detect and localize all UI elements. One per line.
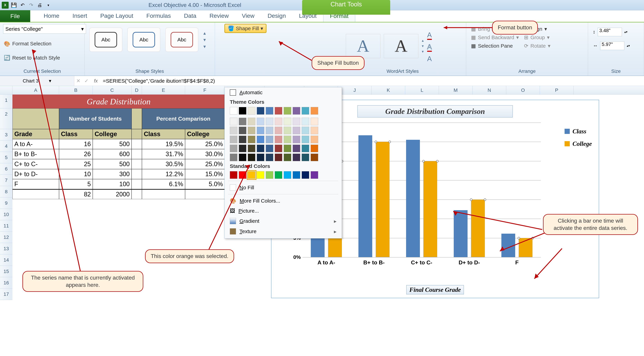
color-swatch[interactable] (257, 171, 264, 179)
color-swatch[interactable] (302, 136, 309, 143)
color-swatch[interactable] (230, 118, 238, 125)
row-header[interactable]: 14 (0, 254, 12, 266)
color-swatch[interactable] (284, 107, 291, 115)
row-header[interactable]: 4 (0, 140, 12, 152)
row-header[interactable]: 12 (0, 232, 12, 243)
color-swatch[interactable] (266, 127, 273, 134)
color-swatch[interactable] (257, 145, 264, 152)
column-header[interactable]: F (185, 86, 225, 94)
x-axis-label[interactable]: Final Course Grade (406, 285, 464, 294)
tab-data[interactable]: Data (177, 10, 203, 22)
color-swatch[interactable] (266, 171, 273, 179)
column-header[interactable]: J (338, 86, 372, 94)
gallery-up-icon[interactable]: ▴ (422, 38, 424, 43)
column-header[interactable]: M (439, 86, 472, 94)
row-header[interactable]: 2 (0, 108, 12, 129)
chart-bar-class[interactable] (358, 135, 372, 257)
color-swatch[interactable] (266, 145, 273, 152)
tab-home[interactable]: Home (37, 10, 66, 22)
color-swatch[interactable] (284, 171, 291, 179)
row-header[interactable]: 11 (0, 220, 12, 232)
tab-insert[interactable]: Insert (66, 10, 94, 22)
tab-view[interactable]: View (235, 10, 261, 22)
column-header[interactable]: P (540, 86, 574, 94)
shape-style-thumb[interactable]: Abc (128, 28, 160, 52)
color-swatch[interactable] (230, 107, 238, 115)
legend-item-college[interactable]: College (564, 140, 592, 147)
color-swatch[interactable] (302, 107, 309, 115)
shape-height-input[interactable]: 3.48" (598, 28, 622, 36)
color-swatch[interactable] (266, 107, 273, 115)
color-swatch[interactable] (230, 154, 238, 161)
color-swatch[interactable] (310, 145, 318, 152)
color-swatch[interactable] (266, 154, 273, 161)
gallery-down-icon[interactable]: ▾ (204, 37, 206, 43)
file-tab[interactable]: File (0, 10, 30, 22)
column-header[interactable]: D (132, 86, 142, 94)
color-swatch[interactable] (284, 127, 291, 134)
color-swatch[interactable] (248, 136, 255, 143)
color-swatch[interactable] (257, 154, 264, 161)
color-swatch[interactable] (230, 136, 238, 143)
color-swatch[interactable] (275, 154, 282, 161)
color-swatch[interactable] (310, 118, 318, 125)
select-all-corner[interactable] (0, 86, 12, 94)
fx-enter-icon[interactable]: ✓ (82, 78, 90, 84)
color-swatch[interactable] (266, 118, 273, 125)
text-effects-icon[interactable]: A (427, 55, 432, 63)
color-swatch[interactable] (293, 136, 300, 143)
color-swatch[interactable] (275, 145, 282, 152)
color-swatch[interactable] (239, 145, 246, 152)
color-swatch[interactable] (230, 145, 238, 152)
color-swatch[interactable] (302, 145, 309, 152)
text-fill-icon[interactable]: A (427, 31, 432, 40)
chart-legend[interactable]: Class College (564, 128, 592, 153)
color-swatch[interactable] (248, 107, 255, 115)
row-header[interactable]: 15 (0, 266, 12, 277)
color-swatch[interactable] (239, 136, 246, 143)
color-swatch[interactable] (293, 171, 300, 179)
selection-pane-button[interactable]: ▦Selection Pane (471, 43, 519, 49)
color-swatch[interactable] (248, 127, 255, 134)
gallery-up-icon[interactable]: ▴ (204, 30, 206, 36)
save-icon[interactable]: 💾 (10, 2, 17, 9)
tab-review[interactable]: Review (203, 10, 235, 22)
shape-style-thumb[interactable]: Abc (166, 28, 198, 52)
color-swatch[interactable] (310, 171, 318, 179)
row-header[interactable]: 6 (0, 163, 12, 175)
gallery-more-icon[interactable]: ▾ (422, 49, 424, 54)
tab-formulas[interactable]: Formulas (140, 10, 178, 22)
color-swatch[interactable] (257, 127, 264, 134)
chart-title[interactable]: Grade Distribution Comparison (358, 105, 513, 117)
row-header[interactable]: 9 (0, 197, 12, 209)
color-swatch[interactable] (275, 171, 282, 179)
color-swatch[interactable] (275, 118, 282, 125)
shape-fill-button[interactable]: 🪣 Shape Fill ▾ (224, 24, 266, 33)
color-swatch[interactable] (275, 136, 282, 143)
chart-bar-class[interactable] (406, 140, 420, 257)
gallery-more-icon[interactable]: ▾ (204, 44, 206, 49)
spinner-icon[interactable]: ▴▾ (627, 44, 630, 48)
color-swatch[interactable] (284, 136, 291, 143)
color-swatch[interactable] (293, 154, 300, 161)
color-swatch[interactable] (302, 154, 309, 161)
color-swatch[interactable] (257, 136, 264, 143)
fill-automatic[interactable]: Automatic (224, 87, 342, 98)
row-header[interactable]: 8 (0, 186, 12, 197)
color-swatch[interactable] (239, 118, 246, 125)
color-swatch[interactable] (293, 118, 300, 125)
chart-bar-college[interactable] (423, 161, 437, 257)
legend-item-class[interactable]: Class (564, 128, 592, 135)
color-swatch[interactable] (239, 154, 246, 161)
color-swatch[interactable] (275, 107, 282, 115)
spinner-icon[interactable]: ▴▾ (624, 30, 628, 34)
tab-design[interactable]: Design (261, 10, 292, 22)
row-header[interactable]: 16 (0, 277, 12, 289)
wordart-thumb[interactable]: A (384, 34, 418, 58)
color-swatch[interactable] (293, 127, 300, 134)
column-header[interactable]: N (472, 86, 506, 94)
row-header[interactable]: 10 (0, 209, 12, 220)
gallery-down-icon[interactable]: ▾ (422, 44, 424, 48)
color-swatch[interactable] (239, 107, 246, 115)
color-swatch[interactable] (310, 136, 318, 143)
